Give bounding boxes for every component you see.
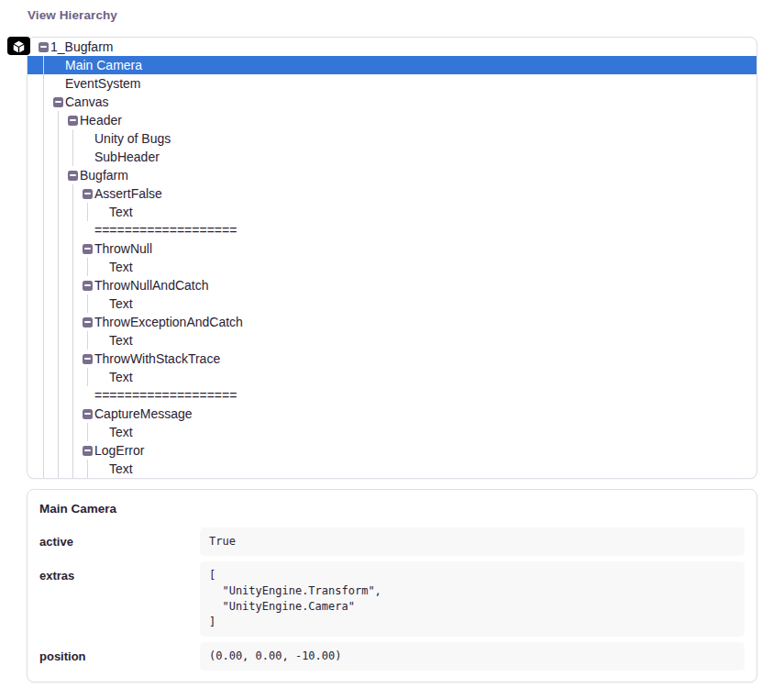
tree-node[interactable]: Unity of Bugs — [28, 129, 756, 148]
collapse-minus-icon[interactable] — [83, 446, 93, 456]
tree-node[interactable]: ThrowExceptionAndCatch — [28, 313, 756, 331]
tree-node[interactable]: Header — [28, 111, 756, 129]
indent-guide — [83, 331, 97, 350]
collapse-minus-icon[interactable] — [68, 171, 78, 181]
indent-guide — [39, 331, 53, 350]
indent-guide — [39, 386, 53, 405]
indent-guide — [39, 313, 53, 331]
tree-node[interactable]: CaptureMessage — [28, 405, 756, 423]
tree-node[interactable]: Text — [28, 331, 756, 350]
tree-node[interactable]: =================== — [28, 386, 756, 405]
indent-guide — [68, 331, 83, 350]
detail-property-value: [ "UnityEngine.Transform", "UnityEngine.… — [200, 561, 745, 637]
tree-node[interactable]: ThrowWithStackTrace — [28, 350, 756, 368]
tree-node[interactable]: Bugfarm — [28, 166, 756, 184]
leaf-spacer — [97, 258, 109, 276]
collapse-minus-icon[interactable] — [83, 409, 93, 419]
collapse-minus-icon[interactable] — [53, 97, 63, 107]
collapse-switcher[interactable] — [83, 441, 94, 460]
collapse-switcher[interactable] — [83, 313, 94, 331]
leaf-spacer — [83, 129, 94, 148]
indent-guide — [39, 258, 53, 276]
indent-guide — [83, 368, 97, 386]
tree-node[interactable]: LogError — [28, 441, 756, 460]
indent-guide — [68, 460, 83, 478]
indent-guide — [53, 350, 68, 368]
collapse-minus-icon[interactable] — [68, 116, 78, 126]
tree-node-label: Bugfarm — [80, 166, 128, 184]
indent-guide — [68, 313, 83, 331]
indent-guide — [83, 460, 97, 478]
leaf-spacer — [83, 148, 94, 166]
indent-guide — [68, 221, 83, 239]
indent-guide — [39, 221, 53, 239]
indent-guide — [39, 203, 53, 221]
collapse-switcher[interactable] — [83, 239, 94, 258]
tree-node-label: ThrowExceptionAndCatch — [94, 313, 243, 331]
indent-guide — [39, 423, 53, 441]
indent-guide — [83, 203, 97, 221]
tree-node[interactable]: Text — [28, 423, 756, 441]
indent-guide — [68, 386, 83, 405]
indent-guide — [53, 221, 68, 239]
leaf-spacer — [53, 56, 65, 74]
leaf-spacer — [97, 368, 109, 386]
indent-guide — [53, 258, 68, 276]
tree-node[interactable]: Main Camera — [28, 56, 756, 74]
hierarchy-tree-panel[interactable]: 1_BugfarmMain CameraEventSystemCanvasHea… — [27, 37, 757, 479]
tree-node-label: 1_Bugfarm — [50, 38, 113, 56]
tree-node[interactable]: Text — [28, 460, 756, 478]
collapse-minus-icon[interactable] — [83, 244, 93, 254]
tree-node[interactable]: ThrowNullAndCatch — [28, 276, 756, 294]
collapse-switcher[interactable] — [68, 111, 80, 129]
tree-node[interactable]: Text — [28, 294, 756, 313]
collapse-minus-icon[interactable] — [83, 354, 93, 364]
leaf-spacer — [83, 386, 94, 405]
tree-node[interactable]: EventSystem — [28, 74, 756, 93]
collapse-minus-icon[interactable] — [83, 317, 93, 327]
indent-guide — [39, 74, 53, 93]
tree-node[interactable]: Canvas — [28, 93, 756, 111]
detail-property-name: position — [39, 642, 200, 671]
collapse-switcher[interactable] — [83, 405, 94, 423]
leaf-spacer — [97, 460, 109, 478]
tree-node[interactable]: Text — [28, 203, 756, 221]
tree-node[interactable]: Text — [28, 258, 756, 276]
detail-property-name: extras — [39, 561, 200, 637]
tree-node[interactable]: AssertFalse — [28, 184, 756, 203]
tree-node[interactable]: ThrowNull — [28, 239, 756, 258]
collapse-switcher[interactable] — [53, 93, 65, 111]
indent-guide — [39, 441, 53, 460]
indent-guide — [68, 148, 83, 166]
indent-guide — [39, 148, 53, 166]
indent-guide — [68, 203, 83, 221]
collapse-switcher[interactable] — [39, 38, 50, 56]
tree-node-label: Text — [109, 331, 133, 350]
indent-guide — [68, 258, 83, 276]
indent-guide — [53, 184, 68, 203]
node-detail-panel: Main Camera activeTrueextras[ "UnityEngi… — [27, 489, 757, 682]
indent-guide — [53, 386, 68, 405]
indent-guide — [53, 313, 68, 331]
tree-node[interactable]: Text — [28, 368, 756, 386]
indent-guide — [68, 368, 83, 386]
detail-row: activeTrue — [39, 527, 745, 556]
collapse-minus-icon[interactable] — [39, 42, 49, 52]
indent-guide — [53, 331, 68, 350]
indent-guide — [53, 405, 68, 423]
tree-node[interactable]: SubHeader — [28, 148, 756, 166]
detail-row: position(0.00, 0.00, -10.00) — [39, 642, 745, 671]
tree-node[interactable]: =================== — [28, 221, 756, 239]
collapse-switcher[interactable] — [68, 166, 80, 184]
collapse-switcher[interactable] — [83, 184, 94, 203]
collapse-minus-icon[interactable] — [83, 189, 93, 199]
tree-node[interactable]: 1_Bugfarm — [28, 38, 756, 56]
collapse-switcher[interactable] — [83, 276, 94, 294]
indent-guide — [68, 405, 83, 423]
collapse-minus-icon[interactable] — [83, 281, 93, 291]
leaf-spacer — [97, 423, 109, 441]
indent-guide — [68, 239, 83, 258]
collapse-switcher[interactable] — [83, 350, 94, 368]
indent-guide — [39, 350, 53, 368]
indent-guide — [39, 111, 53, 129]
